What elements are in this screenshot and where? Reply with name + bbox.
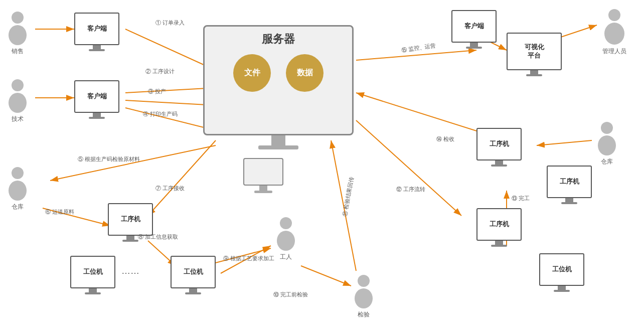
svg-point-27 xyxy=(12,167,24,179)
monitor-base xyxy=(491,165,507,167)
svg-line-2 xyxy=(125,29,216,70)
monitor-base xyxy=(122,240,138,242)
client2-monitor: 客户端 xyxy=(74,80,119,119)
workstation4-monitor: 工序机 xyxy=(547,166,592,204)
station3-monitor: 工位机 xyxy=(539,253,584,292)
monitor-stand xyxy=(495,241,503,245)
monitor-base xyxy=(85,292,101,294)
svg-point-30 xyxy=(277,231,295,251)
person-warehouse-left-label: 仓库 xyxy=(12,203,24,211)
svg-point-25 xyxy=(12,79,24,91)
svg-point-33 xyxy=(601,122,613,134)
person-tech: 技术 xyxy=(5,78,30,123)
station2-monitor: 工位机 xyxy=(171,256,216,294)
station3-screen: 工位机 xyxy=(539,253,584,286)
svg-line-5 xyxy=(125,100,216,105)
station2-screen: 工位机 xyxy=(171,256,216,288)
label-a9: ⑨ 根据工艺要求加工 xyxy=(223,255,274,262)
person-warehouse-right-label: 仓库 xyxy=(601,157,613,166)
person-worker-label: 工人 xyxy=(280,253,292,261)
server-sub-base xyxy=(254,191,272,193)
viz-platform-monitor: 可视化 平台 xyxy=(507,33,562,76)
monitor-base xyxy=(466,47,482,49)
label-a15: ⑮ 监控、运营 xyxy=(401,42,436,54)
dots: …… xyxy=(121,266,139,276)
monitor-base xyxy=(89,49,105,51)
client1-monitor: 客户端 xyxy=(74,13,119,51)
server-monitor: 服务器 文件 数据 xyxy=(203,25,354,149)
monitor-base xyxy=(185,292,201,294)
station1-monitor: 工位机 xyxy=(70,256,115,294)
monitor-stand xyxy=(558,286,566,290)
label-a6: ⑥ 运送原料 xyxy=(45,208,74,216)
svg-point-28 xyxy=(9,181,27,201)
monitor-base xyxy=(526,74,542,76)
person-tech-label: 技术 xyxy=(12,115,24,123)
person-inspector: 检验 xyxy=(351,273,376,319)
monitor-stand xyxy=(93,45,101,49)
monitor-stand xyxy=(89,288,97,292)
monitor-stand xyxy=(126,236,134,240)
svg-line-15 xyxy=(356,120,461,216)
server-sub-stand xyxy=(259,186,267,191)
workstation4-screen: 工序机 xyxy=(547,166,592,198)
server-base xyxy=(258,145,298,149)
person-inspector-label: 检验 xyxy=(358,310,370,319)
server-file-icon: 文件 xyxy=(233,54,271,92)
person-warehouse-left: 仓库 xyxy=(5,166,30,211)
person-worker: 工人 xyxy=(273,216,298,261)
client1-screen: 客户端 xyxy=(74,13,119,45)
label-a11: ⑪ 检验结果回传 xyxy=(341,176,356,217)
person-sales: 销售 xyxy=(5,10,30,56)
monitor-stand xyxy=(495,160,503,165)
workstation3-screen: 工序机 xyxy=(108,203,153,236)
svg-point-31 xyxy=(358,275,370,287)
svg-point-24 xyxy=(9,25,27,45)
monitor-base xyxy=(491,245,507,247)
server-data-icon: 数据 xyxy=(286,54,324,92)
svg-line-13 xyxy=(301,266,351,286)
svg-line-7 xyxy=(50,145,216,181)
workstation1-monitor: 工序机 xyxy=(476,128,522,167)
label-a2: ② 工序设计 xyxy=(145,68,175,75)
label-a4: ④ 打印生产码 xyxy=(143,110,178,118)
monitor-stand xyxy=(189,288,197,292)
svg-point-35 xyxy=(608,9,620,21)
station1-screen: 工位机 xyxy=(70,256,115,288)
diagram-container: 销售 技术 仓库 工人 检验 xyxy=(0,0,644,327)
monitor-base xyxy=(554,290,570,292)
label-a10: ⑩ 完工前检验 xyxy=(273,291,308,298)
label-a5: ⑤ 根据生产码检验原材料 xyxy=(78,155,140,163)
workstation2-screen: 工序机 xyxy=(476,208,522,241)
workstation1-screen: 工序机 xyxy=(476,128,522,160)
label-a1: ① 订单录入 xyxy=(155,19,185,27)
label-a14: ⑭ 检收 xyxy=(436,135,454,143)
person-warehouse-right: 仓库 xyxy=(594,120,619,166)
client2-screen: 客户端 xyxy=(74,80,119,113)
svg-point-23 xyxy=(12,12,24,24)
monitor-stand xyxy=(470,43,478,47)
monitor-stand xyxy=(93,113,101,117)
label-a7: ⑦ 工序接收 xyxy=(155,185,185,192)
monitor-stand xyxy=(530,70,538,74)
server-title: 服务器 xyxy=(262,32,295,47)
monitor-stand xyxy=(565,198,573,202)
svg-point-34 xyxy=(598,135,616,155)
server-sub-screen xyxy=(243,158,283,186)
workstation2-monitor: 工序机 xyxy=(476,208,522,247)
label-a3: ③ 投产 xyxy=(148,88,166,95)
person-admin: 管理人员 xyxy=(599,8,629,56)
label-a13: ⑬ 完工 xyxy=(512,195,530,202)
monitor-base xyxy=(89,117,105,119)
svg-point-32 xyxy=(355,288,373,308)
svg-line-4 xyxy=(125,88,216,93)
svg-line-9 xyxy=(148,140,216,216)
svg-point-26 xyxy=(9,93,27,113)
client3-monitor: 客户端 xyxy=(451,10,497,49)
svg-line-21 xyxy=(537,140,592,145)
svg-point-36 xyxy=(604,23,624,45)
person-sales-label: 销售 xyxy=(12,47,24,56)
person-admin-label: 管理人员 xyxy=(602,47,626,56)
monitor-base xyxy=(561,202,577,204)
svg-point-29 xyxy=(280,217,292,229)
